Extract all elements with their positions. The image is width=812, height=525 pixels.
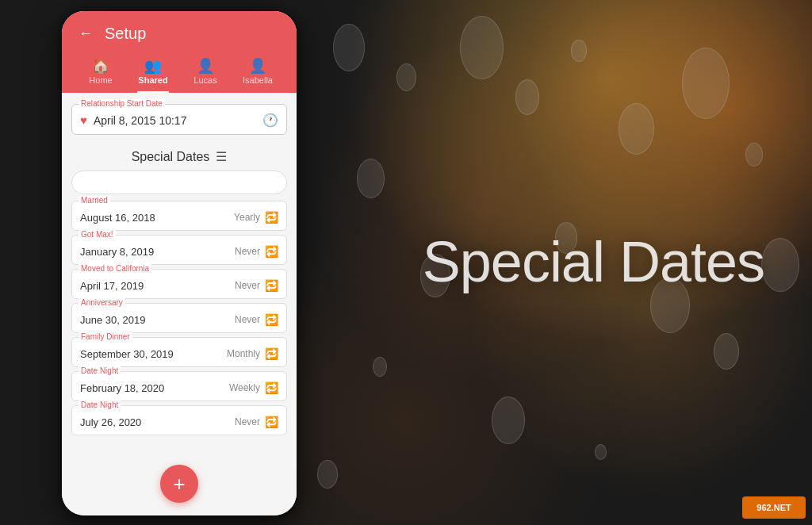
raindrop: [317, 460, 338, 489]
tab-shared-label: Shared: [138, 75, 167, 85]
date-card-date-night-1-content: February 18, 2020 Weekly 🔁: [80, 378, 278, 394]
date-card-family-dinner-content: September 30, 2019 Monthly 🔁: [80, 344, 278, 360]
date-night-1-repeat-label: Weekly: [229, 382, 260, 393]
raindrop: [357, 159, 385, 198]
date-card-anniversary-content: June 30, 2019 Never 🔁: [80, 310, 278, 326]
date-card-married-right: Yearly 🔁: [234, 211, 278, 224]
setup-title-row: ← Setup: [75, 22, 284, 44]
date-card-anniversary[interactable]: Anniversary June 30, 2019 Never 🔁: [71, 303, 287, 333]
married-repeat-icon: 🔁: [265, 211, 278, 224]
date-night-2-repeat-label: Never: [235, 416, 260, 427]
tab-home-label: Home: [89, 75, 112, 85]
date-card-married[interactable]: Married August 16, 2018 Yearly 🔁: [71, 201, 287, 231]
got-max-repeat-label: Never: [235, 246, 260, 257]
section-header: Special Dates ☰: [62, 143, 297, 167]
tab-isabella[interactable]: 👤 Isabella: [232, 54, 284, 93]
date-card-family-dinner-right: Monthly 🔁: [227, 347, 278, 360]
date-card-anniversary-label: Anniversary: [79, 298, 125, 307]
date-card-date-night-2-right: Never 🔁: [235, 416, 278, 428]
date-card-moved-content: April 17, 2019 Never 🔁: [80, 276, 278, 292]
date-card-got-max-label: Got Max!: [79, 230, 116, 239]
date-card-anniversary-right: Never 🔁: [235, 313, 278, 326]
moved-repeat-label: Never: [235, 280, 260, 291]
tab-shared[interactable]: 👥 Shared: [127, 54, 179, 93]
date-card-date-night-2[interactable]: Date Night July 26, 2020 Never 🔁: [71, 405, 287, 435]
raindrop: [571, 40, 587, 62]
heart-icon: ♥: [80, 113, 87, 127]
tab-home[interactable]: 🏠 Home: [75, 54, 127, 93]
relationship-field-label: Relationship Start Date: [79, 99, 165, 108]
tab-bar: 🏠 Home 👥 Shared 👤 Lucas 👤 Isabella: [75, 54, 284, 93]
big-text: Special Dates: [423, 231, 764, 293]
raindrop: [714, 333, 739, 370]
date-card-date-night-2-content: July 26, 2020 Never 🔁: [80, 412, 278, 428]
setup-title: Setup: [105, 25, 146, 43]
watermark: 962.NET: [742, 496, 806, 519]
family-dinner-repeat-label: Monthly: [227, 348, 260, 359]
tab-isabella-label: Isabella: [243, 75, 273, 85]
raindrop: [515, 79, 539, 115]
date-card-moved-label: Moved to California: [79, 264, 151, 273]
got-max-repeat-icon: 🔁: [265, 245, 278, 258]
content-area: Relationship Start Date ♥ April 8, 2015 …: [62, 93, 297, 515]
raindrop: [333, 24, 365, 71]
raindrop: [373, 357, 387, 377]
raindrop: [492, 397, 525, 444]
tab-lucas[interactable]: 👤 Lucas: [179, 54, 232, 93]
date-card-family-dinner-value: September 30, 2019: [80, 348, 174, 360]
date-card-date-night-1-value: February 18, 2020: [80, 382, 164, 394]
section-title: Special Dates: [132, 150, 210, 164]
filter-icon[interactable]: ☰: [216, 149, 227, 164]
home-icon: 🏠: [92, 59, 109, 73]
date-card-got-max-content: January 8, 2019 Never 🔁: [80, 242, 278, 258]
raindrop: [682, 48, 730, 119]
phone-container: ← Setup 🏠 Home 👥 Shared 👤 Lucas 👤 Isabel…: [62, 11, 297, 515]
date-card-date-night-2-value: July 26, 2020: [80, 416, 141, 428]
tab-lucas-label: Lucas: [193, 75, 216, 85]
date-card-family-dinner[interactable]: Family Dinner September 30, 2019 Monthly…: [71, 337, 287, 367]
raindrop: [460, 16, 504, 79]
date-card-married-value: August 16, 2018: [80, 212, 155, 224]
isabella-icon: 👤: [249, 59, 266, 73]
search-bar[interactable]: [71, 171, 287, 194]
relationship-start-date-field[interactable]: Relationship Start Date ♥ April 8, 2015 …: [71, 104, 287, 135]
date-card-got-max-value: January 8, 2019: [80, 246, 154, 258]
date-night-1-repeat-icon: 🔁: [265, 381, 278, 394]
date-card-married-label: Married: [79, 196, 110, 205]
relationship-date-value: April 8, 2015 10:17: [94, 114, 187, 127]
date-card-got-max-right: Never 🔁: [235, 245, 278, 258]
raindrop: [745, 143, 763, 167]
date-card-date-night-1[interactable]: Date Night February 18, 2020 Weekly 🔁: [71, 371, 287, 401]
date-card-anniversary-value: June 30, 2019: [80, 314, 145, 326]
raindrop: [396, 63, 416, 91]
anniversary-repeat-label: Never: [235, 314, 260, 325]
date-card-got-max[interactable]: Got Max! January 8, 2019 Never 🔁: [71, 235, 287, 265]
lucas-icon: 👤: [197, 59, 214, 73]
anniversary-repeat-icon: 🔁: [265, 313, 278, 326]
date-card-married-content: August 16, 2018 Yearly 🔁: [80, 208, 278, 224]
date-card-moved-value: April 17, 2019: [80, 280, 144, 292]
date-card-date-night-2-label: Date Night: [79, 400, 121, 409]
shared-icon: 👥: [144, 59, 162, 73]
relationship-field-content: ♥ April 8, 2015 10:17 🕐: [80, 109, 278, 128]
date-card-moved[interactable]: Moved to California April 17, 2019 Never…: [71, 269, 287, 299]
raindrop: [595, 444, 607, 460]
date-card-date-night-1-right: Weekly 🔁: [229, 381, 278, 394]
raindrop: [619, 103, 654, 155]
clock-icon: 🕐: [262, 113, 278, 128]
date-card-moved-right: Never 🔁: [235, 279, 278, 292]
back-button[interactable]: ←: [75, 22, 97, 44]
married-repeat-label: Yearly: [234, 212, 260, 223]
add-date-fab[interactable]: +: [160, 465, 198, 503]
date-card-date-night-1-label: Date Night: [79, 366, 121, 375]
raindrop: [761, 238, 799, 292]
family-dinner-repeat-icon: 🔁: [265, 347, 278, 360]
relationship-field-value: ♥ April 8, 2015 10:17: [80, 113, 186, 127]
date-night-2-repeat-icon: 🔁: [265, 416, 278, 428]
date-card-family-dinner-label: Family Dinner: [79, 332, 132, 341]
moved-repeat-icon: 🔁: [265, 279, 278, 292]
setup-header: ← Setup 🏠 Home 👥 Shared 👤 Lucas 👤 Isabel…: [62, 11, 297, 93]
